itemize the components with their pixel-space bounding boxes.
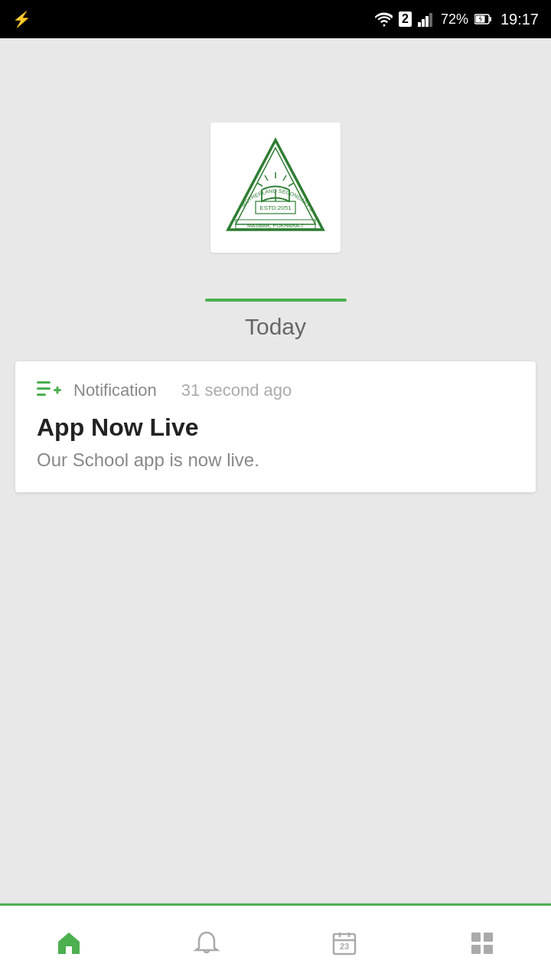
section-divider: [205, 299, 347, 302]
school-logo-container: ESTD:2051 MOTHERLAND SECONDARY SCHOOL MA…: [210, 122, 341, 253]
svg-rect-25: [57, 387, 59, 394]
grid-icon: [468, 929, 496, 957]
bell-icon: [193, 929, 220, 957]
notification-type-label: Notification: [73, 381, 157, 400]
nav-item-home[interactable]: [0, 906, 138, 980]
svg-rect-32: [484, 933, 493, 942]
battery-icon: [474, 14, 491, 24]
nav-item-menu[interactable]: [413, 906, 551, 980]
svg-rect-33: [471, 945, 481, 954]
usb-icon: ⚡: [12, 10, 31, 28]
nav-item-calendar[interactable]: 23: [276, 906, 413, 980]
status-right-icons: 2 72% 19:17: [374, 11, 539, 28]
notification-title: App Now Live: [37, 413, 514, 442]
school-logo: ESTD:2051 MOTHERLAND SECONDARY SCHOOL MA…: [222, 134, 329, 241]
section-today-label: Today: [245, 314, 306, 340]
notification-header: Notification 31 second ago: [37, 380, 514, 401]
svg-line-12: [289, 183, 294, 186]
notification-body: Our School app is now live.: [37, 449, 514, 471]
calendar-icon: 23: [331, 929, 358, 957]
svg-rect-3: [425, 16, 429, 27]
svg-rect-2: [422, 19, 425, 27]
svg-rect-6: [489, 17, 491, 21]
battery-percentage: 72%: [441, 11, 468, 28]
main-content: ESTD:2051 MOTHERLAND SECONDARY SCHOOL MA…: [0, 38, 551, 942]
notification-card[interactable]: Notification 31 second ago App Now Live …: [15, 361, 536, 492]
bottom-nav: 23: [0, 903, 551, 980]
svg-rect-21: [37, 381, 51, 384]
status-bar: ⚡ 2 72% 19:17: [0, 0, 551, 38]
status-left-icons: ⚡: [12, 10, 31, 28]
sim2-icon: 2: [399, 11, 412, 27]
svg-text:23: 23: [340, 942, 349, 951]
svg-rect-1: [418, 22, 421, 27]
svg-point-0: [383, 24, 386, 27]
nav-item-notifications[interactable]: [138, 906, 276, 980]
svg-rect-23: [37, 394, 46, 396]
notification-time: 31 second ago: [181, 381, 292, 400]
svg-text:MASBAR, POKHARA-7: MASBAR, POKHARA-7: [247, 223, 304, 228]
status-time: 19:17: [500, 11, 539, 28]
svg-line-13: [265, 175, 268, 181]
svg-text:ESTD:2051: ESTD:2051: [259, 204, 292, 211]
svg-rect-4: [429, 13, 432, 27]
wifi-icon: [374, 11, 393, 27]
svg-line-14: [257, 183, 262, 186]
svg-line-11: [283, 175, 286, 181]
home-icon: [55, 929, 83, 957]
signal-icon: [418, 11, 435, 27]
list-plus-icon: [37, 380, 61, 401]
svg-rect-22: [37, 387, 51, 390]
svg-rect-31: [471, 933, 481, 942]
svg-marker-8: [228, 140, 323, 230]
svg-text:MOTHERLAND SECONDARY SCHOOL: MOTHERLAND SECONDARY SCHOOL: [222, 134, 315, 212]
svg-rect-34: [484, 945, 493, 954]
